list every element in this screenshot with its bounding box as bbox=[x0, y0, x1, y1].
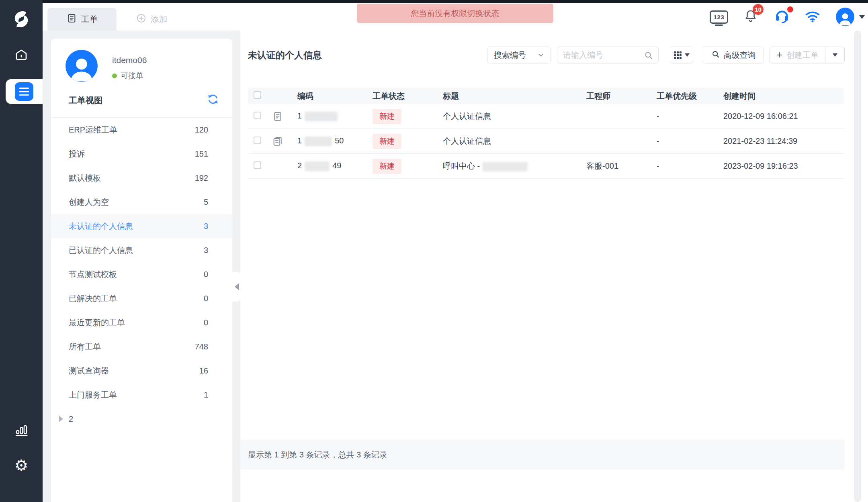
view-list-item[interactable]: 2 bbox=[51, 407, 232, 431]
view-list-item[interactable]: 已认证的个人信息 3 bbox=[51, 238, 232, 262]
view-label: ERP运维工单 bbox=[69, 124, 195, 135]
columns-grid-button[interactable] bbox=[670, 47, 693, 63]
notification-count-badge: 10 bbox=[753, 4, 764, 15]
column-header-engineer[interactable]: 工程师 bbox=[586, 91, 657, 102]
view-list-item[interactable]: 所有工单 748 bbox=[51, 335, 232, 359]
column-header-priority[interactable]: 工单优先级 bbox=[657, 91, 723, 102]
view-list-item[interactable]: 投诉 151 bbox=[51, 142, 232, 166]
notifications-button[interactable]: 10 bbox=[743, 9, 758, 25]
view-label: 投诉 bbox=[69, 149, 195, 159]
row-checkbox[interactable] bbox=[254, 112, 261, 119]
tab-label: 工单 bbox=[81, 14, 98, 25]
username: itdemo06 bbox=[112, 55, 147, 65]
view-list-item[interactable]: 创建人为空 5 bbox=[51, 190, 232, 214]
redacted-text bbox=[483, 162, 528, 171]
column-header-status[interactable]: 工单状态 bbox=[373, 91, 443, 102]
search-input[interactable]: 请输入编号 bbox=[557, 47, 659, 63]
document-icon bbox=[66, 13, 77, 26]
search-icon bbox=[711, 50, 720, 61]
tab-add[interactable]: 添加 bbox=[121, 8, 182, 31]
redacted-text bbox=[305, 161, 330, 171]
view-list-item[interactable]: 未认证的个人信息 3 bbox=[51, 214, 232, 238]
view-list-item[interactable]: ERP运维工单 120 bbox=[51, 118, 232, 142]
table-row[interactable]: 1 新建 个人认证信息 - 2020-12-09 16:06:21 bbox=[248, 104, 844, 129]
refresh-icon[interactable] bbox=[207, 93, 219, 107]
view-list: ERP运维工单 120 投诉 151 默认模板 192 创建人为空 5 未认证的… bbox=[51, 118, 232, 431]
view-label: 上门服务工单 bbox=[69, 390, 204, 400]
column-header-code[interactable]: 编码 bbox=[290, 91, 373, 102]
view-label: 创建人为空 bbox=[69, 197, 204, 208]
ticket-list-card: 未认证的个人信息 搜索编号 请输入编号 高级查询 + 创建工单 bbox=[240, 31, 868, 502]
caret-down-icon bbox=[685, 53, 690, 57]
ticket-created: 2023-02-09 19:16:23 bbox=[723, 161, 844, 171]
create-ticket-split-button: + 创建工单 bbox=[770, 47, 845, 63]
record-summary: 显示第 1 到第 3 条记录，总共 3 条记录 bbox=[248, 449, 387, 460]
ticket-created: 2020-12-09 16:06:21 bbox=[723, 112, 844, 121]
home-icon[interactable] bbox=[0, 47, 43, 62]
gear-icon[interactable]: ⚙ bbox=[0, 458, 43, 473]
online-dot-icon bbox=[112, 73, 117, 78]
view-list-item[interactable]: 默认模板 192 bbox=[51, 166, 232, 190]
view-list-item[interactable]: 测试查询器 16 bbox=[51, 359, 232, 383]
table-footer: 显示第 1 到第 3 条记录，总共 3 条记录 bbox=[240, 440, 844, 469]
table-row[interactable]: 150 新建 个人认证信息 - 2021-02-23 11:24:39 bbox=[248, 129, 844, 154]
row-doc-icon[interactable] bbox=[272, 136, 290, 147]
ticket-priority: - bbox=[657, 137, 723, 146]
view-label: 未认证的个人信息 bbox=[69, 221, 204, 232]
vertical-scrollbar[interactable] bbox=[854, 31, 861, 502]
dialpad-monitor-icon[interactable]: 123 bbox=[710, 10, 728, 24]
views-panel: itdemo06 可接单 工单视图 ERP运维工单 120 投诉 151 默认模… bbox=[51, 39, 232, 502]
row-doc-icon[interactable] bbox=[272, 111, 290, 122]
tab-label: 添加 bbox=[151, 14, 168, 25]
agent-status: 可接单 bbox=[112, 71, 143, 81]
banner-text: 您当前没有权限切换状态 bbox=[411, 8, 500, 19]
search-placeholder: 请输入编号 bbox=[563, 50, 603, 61]
view-list-item[interactable]: 上门服务工单 1 bbox=[51, 383, 232, 407]
search-icon[interactable] bbox=[644, 51, 653, 62]
view-count: 3 bbox=[204, 222, 208, 231]
tab-tickets[interactable]: 工单 bbox=[47, 8, 117, 31]
column-header-title[interactable]: 标题 bbox=[443, 91, 586, 102]
views-panel-title: 工单视图 bbox=[69, 95, 102, 106]
ticket-created: 2021-02-23 11:24:39 bbox=[723, 137, 844, 146]
create-ticket-button[interactable]: + 创建工单 bbox=[770, 47, 825, 63]
select-all-checkbox[interactable] bbox=[254, 91, 261, 99]
view-count: 748 bbox=[195, 342, 208, 351]
user-avatar-large bbox=[66, 50, 98, 82]
view-list-item[interactable]: 已解决的工单 0 bbox=[51, 286, 232, 310]
view-count: 1 bbox=[204, 390, 208, 400]
advanced-query-button[interactable]: 高级查询 bbox=[703, 47, 764, 63]
view-list-item[interactable]: 节点测试模板 0 bbox=[51, 262, 232, 286]
caret-down-icon bbox=[833, 53, 837, 57]
panel-collapse-handle[interactable] bbox=[232, 272, 241, 302]
view-label: 最近更新的工单 bbox=[69, 317, 204, 328]
view-label: 节点测试模板 bbox=[69, 269, 204, 280]
search-field-select[interactable]: 搜索编号 bbox=[487, 47, 551, 63]
view-count: 192 bbox=[195, 173, 208, 183]
search-field-selected: 搜索编号 bbox=[494, 50, 526, 61]
advanced-query-label: 高级查询 bbox=[724, 50, 756, 61]
circle-plus-icon bbox=[136, 13, 147, 26]
avatar-caret-down-icon[interactable] bbox=[859, 15, 865, 19]
view-list-item[interactable]: 最近更新的工单 0 bbox=[51, 310, 232, 335]
view-count: 16 bbox=[199, 366, 208, 375]
redacted-text bbox=[305, 112, 338, 121]
create-ticket-caret-button[interactable] bbox=[825, 47, 844, 63]
bar-chart-icon[interactable] bbox=[0, 423, 43, 437]
headset-alert-dot bbox=[787, 6, 793, 12]
row-checkbox[interactable] bbox=[254, 161, 261, 169]
redacted-text bbox=[305, 137, 332, 146]
rail-item-tickets[interactable] bbox=[6, 79, 43, 104]
user-avatar[interactable] bbox=[836, 8, 854, 26]
view-count: 5 bbox=[204, 198, 208, 207]
app-rail: ⚙ bbox=[0, 0, 43, 502]
table-row[interactable]: 249 新建 呼叫中心 - 客服-001 - 2023-02-09 19:16:… bbox=[248, 154, 844, 179]
support-headset-button[interactable] bbox=[774, 8, 790, 26]
create-ticket-label: 创建工单 bbox=[786, 50, 819, 61]
wifi-icon[interactable] bbox=[805, 8, 821, 26]
row-checkbox[interactable] bbox=[254, 137, 261, 144]
permission-warning-banner: 您当前没有权限切换状态 bbox=[357, 4, 553, 23]
column-header-created[interactable]: 创建时间 bbox=[723, 91, 844, 102]
status-badge: 新建 bbox=[373, 134, 401, 149]
view-label: 已认证的个人信息 bbox=[69, 245, 204, 256]
